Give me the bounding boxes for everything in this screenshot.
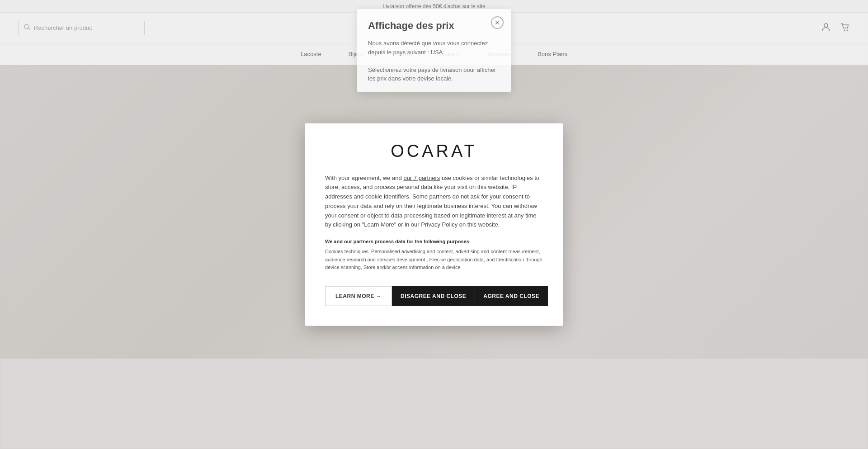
consent-logo: OCARAT: [325, 141, 543, 161]
consent-purposes-text: Cookies techniques, Personalised adverti…: [325, 248, 543, 272]
price-modal-line4: les prix dans votre devise locale.: [368, 74, 500, 83]
header-icons: [821, 22, 850, 34]
user-icon: [821, 22, 831, 34]
search-icon: [24, 24, 30, 32]
svg-point-3: [844, 29, 845, 31]
nav-item-bons-plans[interactable]: Bons Plans: [538, 51, 567, 57]
banner-text: Livraison offerte dès 50€ d'achat sur le…: [382, 3, 486, 9]
learn-more-button[interactable]: LEARN MORE →: [325, 286, 392, 306]
price-modal-line1: Nous avons détecté que vous vous connect…: [368, 39, 500, 48]
price-modal-body: Nous avons détecté que vous vous connect…: [368, 39, 500, 83]
consent-brand-name: OCARAT: [391, 141, 477, 160]
svg-point-2: [824, 24, 828, 27]
partners-link[interactable]: our 7 partners: [403, 174, 440, 181]
price-modal-line2: depuis le pays suivant : USA: [368, 48, 500, 57]
svg-line-1: [28, 28, 30, 30]
consent-modal: OCARAT With your agreement, we and our 7…: [305, 123, 563, 326]
price-modal: Affichage des prix ✕ Nous avons détecté …: [357, 9, 511, 92]
svg-point-4: [847, 29, 848, 31]
cart-icon: [840, 22, 850, 34]
price-modal-line3: Sélectionnez votre pays de livraison pou…: [368, 66, 500, 75]
agree-close-button[interactable]: AGREE AND CLOSE: [475, 286, 548, 306]
disagree-close-button[interactable]: DISAGREE AND CLOSE: [392, 286, 475, 306]
price-modal-title: Affichage des prix: [368, 20, 500, 32]
consent-buttons: LEARN MORE → DISAGREE AND CLOSE AGREE AN…: [325, 286, 543, 306]
nav-item-lacoste[interactable]: Lacoste: [301, 51, 321, 57]
consent-body-text: With your agreement, we and our 7 partne…: [325, 173, 543, 230]
search-input[interactable]: [34, 24, 139, 31]
price-modal-close-button[interactable]: ✕: [491, 16, 504, 29]
search-bar[interactable]: [18, 21, 145, 35]
consent-purposes-label: We and our partners process data for the…: [325, 239, 543, 244]
